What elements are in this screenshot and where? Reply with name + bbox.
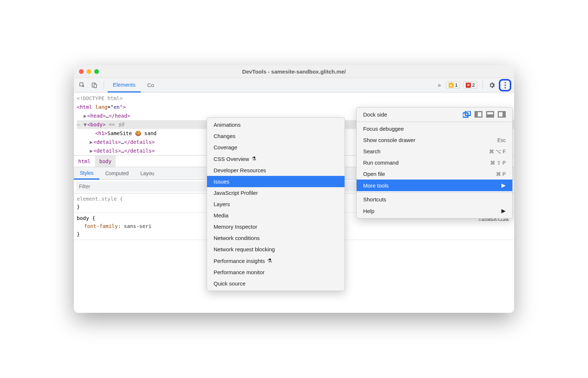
svg-point-3 [504,82,506,83]
menu-separator [357,192,512,193]
devtools-window: DevTools - samesite-sandbox.glitch.me/ E… [74,65,514,313]
tab-elements[interactable]: Elements [108,78,141,92]
submenu-issues[interactable]: Issues [207,176,345,187]
traffic-lights [79,69,99,74]
menu-separator [357,122,512,122]
svg-point-4 [504,84,506,86]
window-title: DevTools - samesite-sandbox.glitch.me/ [242,68,346,75]
dock-undock-icon[interactable] [463,111,471,118]
dock-left-icon[interactable] [474,111,482,118]
main-toolbar: Elements Co » ▲ 1 ✕ 2 [74,78,514,92]
flask-icon: ⚗ [267,257,272,264]
more-tools-submenu: Animations Changes Coverage CSS Overview… [207,117,345,291]
submenu-arrow-icon: ▶ [501,208,506,214]
errors-badge[interactable]: ✕ 2 [463,81,477,89]
tab-computed[interactable]: Computed [99,167,135,180]
menu-help[interactable]: Help▶ [357,205,512,217]
expand-arrow-icon[interactable]: ▶ [83,111,87,120]
dom-doctype[interactable]: <!DOCTYPE html> [77,94,514,103]
submenu-developer-resources[interactable]: Developer Resources [207,165,345,176]
dock-right-icon[interactable] [498,111,506,118]
submenu-performance-insights[interactable]: Performance insights⚗ [207,255,345,267]
breadcrumb-body[interactable]: body [95,155,116,167]
panel-body: <!DOCTYPE html> <html lang="en"> ▶<head>… [74,92,514,313]
close-window-button[interactable] [79,69,84,74]
menu-shortcuts[interactable]: Shortcuts [357,194,512,205]
submenu-performance-monitor[interactable]: Performance monitor [207,267,345,278]
flask-icon: ⚗ [251,155,256,162]
menu-more-tools[interactable]: More tools▶ [357,180,512,191]
tabs-overflow-icon[interactable]: » [434,82,445,88]
errors-count: 2 [472,82,475,88]
dock-bottom-icon[interactable] [486,111,494,118]
submenu-animations[interactable]: Animations [207,119,345,130]
expand-arrow-icon[interactable]: ▶ [89,138,94,146]
submenu-network-request-blocking[interactable]: Network request blocking [207,244,345,255]
menu-search[interactable]: Search⌘ ⌥ F [357,146,512,157]
submenu-quick-source[interactable]: Quick source [207,278,345,289]
menu-dock-side: Dock side [357,107,512,121]
submenu-javascript-profiler[interactable]: JavaScript Profiler [207,187,345,198]
submenu-layers[interactable]: Layers [207,198,345,210]
settings-gear-icon[interactable] [486,80,497,91]
menu-run-command[interactable]: Run command⌘ ⇧ P [357,157,512,168]
tab-console-truncated[interactable]: Co [142,78,159,92]
toolbar-divider [104,81,104,89]
titlebar: DevTools - samesite-sandbox.glitch.me/ [74,65,514,78]
main-options-menu: Dock side Focus debuggee Show console dr… [356,107,513,218]
submenu-coverage[interactable]: Coverage [207,142,345,153]
inspect-element-icon[interactable] [77,80,88,91]
toolbar-divider [482,81,483,89]
svg-rect-2 [94,84,97,88]
collapse-arrow-icon[interactable]: ▼ [83,120,87,129]
expand-arrow-icon[interactable]: ▶ [89,146,94,155]
svg-point-5 [504,87,506,88]
submenu-css-overview[interactable]: CSS Overview⚗ [207,153,345,165]
menu-focus-debuggee[interactable]: Focus debuggee [357,123,512,134]
menu-show-console-drawer[interactable]: Show console drawerEsc [357,134,512,146]
device-toolbar-icon[interactable] [89,80,100,91]
menu-open-file[interactable]: Open file⌘ P [357,168,512,180]
warnings-count: 1 [455,82,458,88]
submenu-network-conditions[interactable]: Network conditions [207,232,345,244]
minimize-window-button[interactable] [87,69,91,74]
breadcrumb-html[interactable]: html [74,155,95,167]
submenu-changes[interactable]: Changes [207,130,345,142]
warnings-badge[interactable]: ▲ 1 [446,81,460,89]
submenu-arrow-icon: ▶ [501,182,506,189]
more-options-kebab-icon[interactable] [499,79,511,91]
maximize-window-button[interactable] [94,69,99,74]
submenu-memory-inspector[interactable]: Memory Inspector [207,221,345,232]
submenu-media[interactable]: Media [207,210,345,221]
tab-styles[interactable]: Styles [74,167,99,180]
tab-layout-truncated[interactable]: Layou [135,167,160,180]
